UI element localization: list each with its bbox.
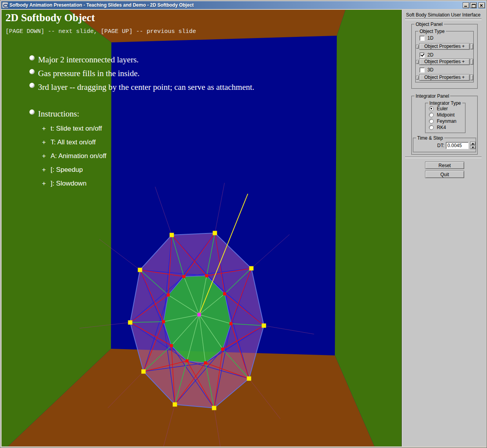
instruction-text: A: Animation on/off xyxy=(51,152,106,160)
dt-input[interactable]: 0.0045 xyxy=(446,142,469,149)
instruction-text: [: Speedup xyxy=(51,166,83,174)
maximize-icon xyxy=(472,4,476,8)
panel-title: Soft Body Simulation User Interface xyxy=(402,12,485,18)
bullet-item: 3rd layer -- dragging by the center poin… xyxy=(29,82,254,92)
checkbox-3d[interactable] xyxy=(420,67,425,73)
app-icon xyxy=(2,2,8,8)
plus-icon: + xyxy=(42,152,46,160)
object-properties-row: Object Properties + xyxy=(416,43,473,50)
control-panel: Soft Body Simulation User Interface Obje… xyxy=(402,10,486,446)
minimize-button[interactable] xyxy=(463,2,469,8)
integrator-panel-label: Integrator Panel xyxy=(414,93,450,99)
bullet-item: Major 2 interconnected layers. xyxy=(29,55,139,65)
radio-row-rk4: RK4 xyxy=(429,125,446,130)
dt-label: DT: xyxy=(437,143,444,148)
object-panel-group: Object Panel Object Type 1D Object Prope… xyxy=(411,24,478,89)
object-properties-1d-button[interactable]: Object Properties + xyxy=(419,43,470,50)
separator xyxy=(405,18,482,20)
time-step-label: Time & Step xyxy=(416,135,444,141)
checkbox-row-3d: 3D xyxy=(420,67,433,73)
spin-down-button[interactable] xyxy=(470,146,476,149)
plus-icon: + xyxy=(42,124,46,133)
radio-rk4-label: RK4 xyxy=(437,125,446,130)
instruction-item: +A: Animation on/off xyxy=(42,152,106,160)
radio-row-midpoint: Midpoint xyxy=(429,112,454,118)
object-type-label: Object Type xyxy=(418,29,446,34)
app-window: Sofbody Animation Presentation - Teachin… xyxy=(0,0,487,448)
object-properties-3d-button[interactable]: Object Properties + xyxy=(419,74,470,81)
radio-feynman[interactable] xyxy=(429,119,434,124)
integrator-type-group: Integrator Type Euler Midpoint Feynman R… xyxy=(425,103,466,133)
bullet-text: Gas pressure fills in the inside. xyxy=(38,68,140,78)
arrow-down-icon xyxy=(472,147,474,148)
grip-icon xyxy=(470,44,473,49)
bullet-icon xyxy=(29,109,35,115)
radio-rk4[interactable] xyxy=(429,125,434,130)
dt-spinner xyxy=(470,142,476,149)
titlebar[interactable]: Sofbody Animation Presentation - Teachin… xyxy=(1,1,486,9)
window-title: Sofbody Animation Presentation - Teachin… xyxy=(9,2,194,8)
separator xyxy=(405,157,482,158)
close-icon: ✕ xyxy=(480,3,483,8)
instruction-text: T: All text on/off xyxy=(51,138,96,147)
minimize-icon xyxy=(464,6,467,7)
check-icon xyxy=(420,52,424,56)
dt-row: DT: 0.0045 xyxy=(414,142,476,149)
radio-feynman-label: Feynman xyxy=(437,118,456,124)
radio-row-euler: Euler xyxy=(429,106,448,111)
radio-midpoint-label: Midpoint xyxy=(437,112,454,118)
arrow-up-icon xyxy=(472,143,474,144)
instruction-text: ]: Slowdown xyxy=(51,179,87,188)
grip-icon xyxy=(470,59,473,65)
maximize-button[interactable] xyxy=(470,2,477,8)
grip-icon xyxy=(416,45,419,49)
quit-button[interactable]: Quit xyxy=(425,171,464,178)
time-step-group: Time & Step DT: 0.0045 xyxy=(413,138,476,153)
instructions-heading: Instructions: xyxy=(38,109,79,119)
gl-viewport[interactable]: 2D Softbody Object [PAGE DOWN] -- next s… xyxy=(2,10,402,446)
grip-icon xyxy=(416,76,419,80)
instruction-item: +T: All text on/off xyxy=(42,138,96,147)
plus-icon: + xyxy=(42,179,46,188)
grip-icon xyxy=(470,75,473,80)
checkbox-2d[interactable] xyxy=(420,53,425,58)
checkbox-row-2d: 2D xyxy=(420,52,433,58)
slide-nav-hint: [PAGE DOWN] -- next slide, [PAGE UP] -- … xyxy=(5,28,196,35)
slide-title: 2D Softbody Object xyxy=(5,12,95,24)
checkbox-1d[interactable] xyxy=(420,36,425,41)
instruction-text: t: Slide text on/off xyxy=(51,124,102,133)
radio-midpoint[interactable] xyxy=(429,113,434,117)
bullet-icon xyxy=(29,55,35,60)
instruction-item: +t: Slide text on/off xyxy=(42,124,102,133)
grip-icon xyxy=(416,60,419,64)
integrator-panel-group: Integrator Panel Integrator Type Euler M… xyxy=(411,96,478,155)
spin-up-button[interactable] xyxy=(470,142,476,145)
plus-icon: + xyxy=(42,138,46,147)
slide-overlay: 2D Softbody Object [PAGE DOWN] -- next s… xyxy=(2,10,402,446)
bullet-icon xyxy=(29,69,35,74)
integrator-type-label: Integrator Type xyxy=(428,100,462,106)
object-properties-row: Object Properties + xyxy=(416,58,473,65)
radio-row-feynman: Feynman xyxy=(429,118,456,124)
bullet-text: 3rd layer -- dragging by the center poin… xyxy=(38,82,254,92)
checkbox-1d-label: 1D xyxy=(427,35,433,41)
plus-icon: + xyxy=(42,166,46,174)
radio-euler[interactable] xyxy=(429,106,434,111)
reset-button[interactable]: Reset xyxy=(425,162,464,169)
checkbox-3d-label: 3D xyxy=(427,67,433,73)
bullet-icon xyxy=(29,83,35,88)
object-panel-label: Object Panel xyxy=(414,22,444,27)
radio-euler-label: Euler xyxy=(437,106,448,111)
checkbox-2d-label: 2D xyxy=(427,52,433,58)
object-properties-2d-button[interactable]: Object Properties + xyxy=(419,58,470,65)
object-properties-row: Object Properties + xyxy=(416,74,473,81)
bullet-text: Major 2 interconnected layers. xyxy=(38,55,139,65)
bullet-item: Instructions: xyxy=(29,109,79,119)
bullet-item: Gas pressure fills in the inside. xyxy=(29,68,140,78)
checkbox-row-1d: 1D xyxy=(420,35,433,41)
instruction-item: +[: Speedup xyxy=(42,166,83,174)
radio-dot-icon xyxy=(431,108,432,109)
object-type-group: Object Type 1D Object Properties + 2D Ob xyxy=(415,31,474,83)
close-button[interactable]: ✕ xyxy=(478,2,485,8)
instruction-item: +]: Slowdown xyxy=(42,179,87,188)
